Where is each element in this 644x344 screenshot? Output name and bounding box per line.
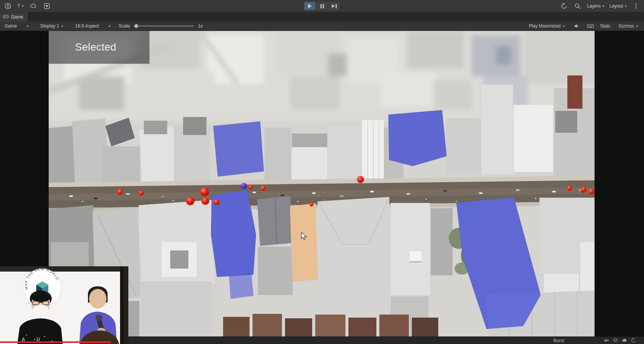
game-tab-label: Game (11, 14, 23, 20)
stats-button[interactable]: Stats (600, 23, 610, 29)
step-icon (332, 4, 337, 8)
chevron-down-icon: ▾ (109, 24, 111, 28)
selected-building[interactable] (388, 110, 447, 166)
agent-marker[interactable] (589, 189, 595, 195)
selected-building[interactable] (229, 274, 253, 299)
more-menu-button[interactable] (632, 2, 640, 10)
play-icon (308, 4, 312, 8)
agent-marker[interactable] (248, 185, 253, 189)
game-tab-icon (3, 14, 9, 20)
scale-label: Scale (119, 23, 130, 29)
status-icons (604, 338, 636, 344)
chevron-down-icon: ▾ (602, 4, 604, 8)
game-render-area[interactable]: Selected (49, 31, 595, 336)
display-dropdown[interactable]: Display 1 ▾ (37, 23, 66, 29)
aspect-dropdown[interactable]: 16:9 Aspect ▾ (72, 23, 113, 29)
layers-dropdown-label: Layers (587, 3, 601, 9)
play-maximized-label: Play Maximized (529, 23, 561, 29)
kebab-icon (633, 3, 639, 9)
game-scene[interactable] (49, 31, 595, 336)
chevron-down-icon: ▾ (563, 24, 565, 28)
special-agent-marker[interactable] (241, 183, 247, 189)
banner-pole (120, 266, 124, 344)
selected-building[interactable] (213, 121, 264, 177)
mouse-cursor-icon (301, 232, 308, 241)
pause-icon (320, 4, 324, 8)
chevron-down-icon: ▾ (625, 4, 627, 8)
progress-line[interactable] (0, 341, 111, 343)
cloud-icon (30, 3, 37, 9)
scale-slider-handle[interactable] (134, 24, 138, 28)
play-button[interactable] (304, 2, 316, 10)
main-toolbar: T ▾ (0, 0, 644, 12)
layout-dropdown[interactable]: Layout ▾ (609, 3, 627, 9)
speaker-icon (574, 23, 580, 29)
stats-button-label: Stats (600, 23, 610, 29)
game-toolbar-right: Play Maximized ▾ Stats Gizmos ▾ (521, 22, 641, 30)
webcam-scene: MAP THE NEW WORLD. (0, 266, 128, 344)
gizmos-dropdown-label: Gizmos (619, 23, 634, 29)
agent-marker[interactable] (214, 199, 220, 205)
mute-audio-button[interactable] (573, 22, 581, 30)
layers-dropdown[interactable]: Layers ▾ (587, 3, 604, 9)
chevron-down-icon: ▾ (22, 4, 24, 8)
view-selector-label: Game (5, 23, 17, 29)
scale-slider[interactable] (134, 26, 194, 26)
agent-marker[interactable] (200, 187, 209, 197)
toolbar-left-group: T ▾ (4, 2, 51, 10)
search-button[interactable] (573, 2, 582, 10)
account-icon (5, 3, 11, 9)
pause-button[interactable] (316, 2, 328, 10)
tab-game[interactable]: Game (0, 12, 28, 22)
play-maximized-dropdown[interactable]: Play Maximized ▾ (526, 23, 568, 29)
presenter-webcam-overlay: MAP THE NEW WORLD. (0, 266, 128, 344)
gizmos-dropdown[interactable]: Gizmos ▾ (616, 23, 641, 29)
display-dropdown-label: Display 1 (40, 23, 59, 29)
settings-icon (43, 3, 50, 9)
agent-marker[interactable] (186, 197, 194, 205)
chevron-down-icon: ▾ (62, 24, 63, 28)
undo-history-button[interactable] (560, 2, 568, 10)
mute-status-icon[interactable] (604, 338, 609, 344)
toolbar-right-group: Layers ▾ Layout ▾ (560, 2, 640, 10)
layout-dropdown-label: Layout (609, 3, 623, 9)
cloud-status-icon[interactable] (622, 338, 627, 344)
keyboard-icon (587, 23, 594, 29)
chevron-down-icon: ▾ (27, 24, 29, 28)
sync-status-icon[interactable] (631, 338, 636, 344)
version-dropdown-label: T (17, 3, 20, 9)
agent-marker[interactable] (310, 203, 313, 206)
selected-label-overlay: Selected (49, 31, 149, 64)
chevron-down-icon: ▾ (636, 24, 638, 28)
agent-marker[interactable] (581, 187, 587, 193)
aspect-dropdown-label: 16:9 Aspect (75, 23, 99, 29)
hovered-building[interactable] (290, 203, 318, 282)
agent-marker[interactable] (139, 190, 144, 196)
agent-marker[interactable] (260, 186, 266, 191)
step-button[interactable] (328, 2, 340, 10)
keyboard-shortcuts-button[interactable] (586, 22, 595, 30)
layers-status-icon[interactable] (613, 338, 618, 344)
game-view-toolbar: Game ▾ Display 1 ▾ 16:9 Aspect ▾ Scale 1… (0, 22, 644, 31)
cloud-button[interactable] (29, 2, 37, 10)
play-mode-controls (304, 2, 340, 10)
settings-button[interactable] (43, 2, 51, 10)
agent-marker[interactable] (357, 176, 364, 183)
view-selector-dropdown[interactable]: Game ▾ (2, 23, 31, 29)
agent-marker[interactable] (117, 189, 123, 195)
game-toolbar-left: Game ▾ Display 1 ▾ 16:9 Aspect ▾ Scale 1… (2, 23, 203, 29)
scale-value: 1x (198, 23, 203, 29)
agent-marker[interactable] (202, 197, 209, 205)
version-dropdown[interactable]: T ▾ (17, 3, 24, 9)
tab-bar: Game (0, 12, 644, 22)
unity-editor-window: T ▾ (0, 0, 644, 344)
scale-control: Scale 1x (119, 23, 203, 29)
search-icon (574, 3, 581, 9)
burst-status-label: Burst (553, 338, 564, 343)
history-icon (561, 3, 567, 9)
selected-label: Selected (75, 41, 116, 53)
account-button[interactable] (4, 2, 12, 10)
agent-marker[interactable] (567, 186, 572, 191)
